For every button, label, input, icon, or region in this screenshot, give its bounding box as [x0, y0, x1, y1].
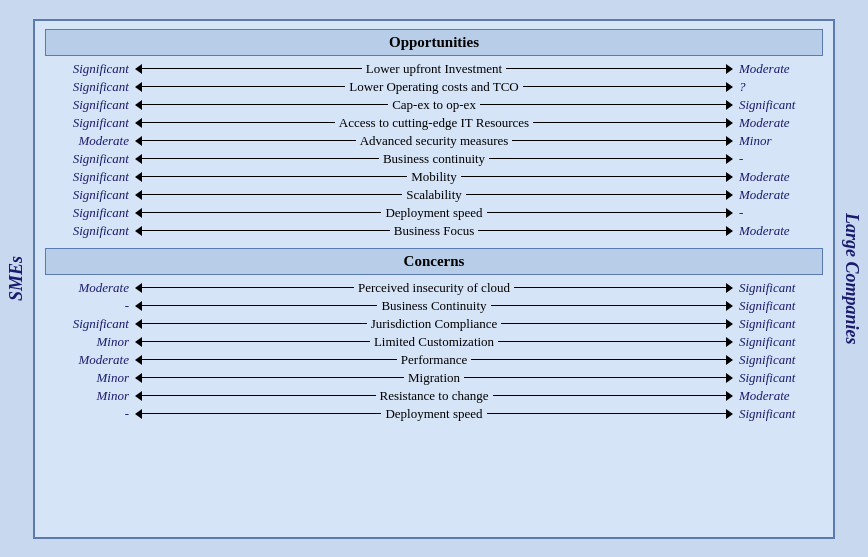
arrow-left-icon	[135, 319, 142, 329]
left-value: Minor	[45, 388, 135, 404]
left-value: Significant	[45, 151, 135, 167]
line-right	[487, 413, 726, 415]
line-left	[142, 86, 345, 88]
arrow-left-icon	[135, 118, 142, 128]
table-row: SignificantMobilityModerate	[45, 168, 823, 186]
row-center: Business Focus	[135, 223, 733, 239]
left-value: Significant	[45, 79, 135, 95]
row-center: Business Continuity	[135, 298, 733, 314]
arrow-line-wrap: Advanced security measures	[135, 133, 733, 149]
table-row: ModeratePerformanceSignificant	[45, 351, 823, 369]
line-right	[471, 359, 726, 361]
row-center: Perceived insecurity of cloud	[135, 280, 733, 296]
row-center: Limited Customization	[135, 334, 733, 350]
table-row: MinorMigrationSignificant	[45, 369, 823, 387]
right-value: Significant	[733, 406, 823, 422]
arrow-right-icon	[726, 82, 733, 92]
arrow-right-icon	[726, 118, 733, 128]
line-right	[498, 341, 726, 343]
arrow-right-icon	[726, 319, 733, 329]
right-value: Significant	[733, 352, 823, 368]
row-label: Deployment speed	[381, 406, 486, 422]
row-center: Business continuity	[135, 151, 733, 167]
arrow-line-wrap: Lower Operating costs and TCO	[135, 79, 733, 95]
row-label: Lower upfront Investment	[362, 61, 506, 77]
line-right	[489, 158, 726, 160]
table-row: MinorLimited CustomizationSignificant	[45, 333, 823, 351]
arrow-left-icon	[135, 391, 142, 401]
left-value: -	[45, 298, 135, 314]
row-label: Scalability	[402, 187, 466, 203]
left-value: Minor	[45, 334, 135, 350]
row-label: Business Continuity	[377, 298, 490, 314]
arrow-left-icon	[135, 136, 142, 146]
table-row: SignificantScalabilityModerate	[45, 186, 823, 204]
table-row: SignificantCap-ex to op-exSignificant	[45, 96, 823, 114]
concerns-rows: ModeratePerceived insecurity of cloudSig…	[45, 277, 823, 425]
arrow-left-icon	[135, 301, 142, 311]
table-row: SignificantDeployment speed-	[45, 204, 823, 222]
arrow-line-wrap: Business Continuity	[135, 298, 733, 314]
arrow-left-icon	[135, 355, 142, 365]
line-right	[523, 86, 726, 88]
right-value: Moderate	[733, 169, 823, 185]
row-label: Jurisdiction Compliance	[367, 316, 502, 332]
left-value: Significant	[45, 187, 135, 203]
table-row: SignificantJurisdiction ComplianceSignif…	[45, 315, 823, 333]
arrow-line-wrap: Mobility	[135, 169, 733, 185]
arrow-line-wrap: Access to cutting-edge IT Resources	[135, 115, 733, 131]
arrow-left-icon	[135, 373, 142, 383]
row-label: Perceived insecurity of cloud	[354, 280, 514, 296]
arrow-right-icon	[726, 337, 733, 347]
page-container: SMEs Opportunities SignificantLower upfr…	[0, 0, 868, 557]
arrow-right-icon	[726, 100, 733, 110]
table-row: -Deployment speedSignificant	[45, 405, 823, 423]
arrow-right-icon	[726, 409, 733, 419]
line-left	[142, 305, 377, 307]
line-left	[142, 158, 379, 160]
arrow-line-wrap: Business Focus	[135, 223, 733, 239]
line-left	[142, 176, 407, 178]
right-value: Significant	[733, 334, 823, 350]
line-right	[478, 230, 726, 232]
arrow-left-icon	[135, 226, 142, 236]
arrow-left-icon	[135, 283, 142, 293]
line-left	[142, 341, 370, 343]
row-label: Migration	[404, 370, 464, 386]
line-left	[142, 140, 356, 142]
arrow-line-wrap: Perceived insecurity of cloud	[135, 280, 733, 296]
line-right	[464, 377, 726, 379]
line-left	[142, 104, 388, 106]
arrow-line-wrap: Scalability	[135, 187, 733, 203]
arrow-line-wrap: Lower upfront Investment	[135, 61, 733, 77]
arrow-right-icon	[726, 208, 733, 218]
concerns-header: Concerns	[45, 248, 823, 275]
right-value: ?	[733, 79, 823, 95]
arrow-right-icon	[726, 136, 733, 146]
arrow-left-icon	[135, 154, 142, 164]
table-row: SignificantLower Operating costs and TCO…	[45, 78, 823, 96]
left-value: Minor	[45, 370, 135, 386]
table-row: SignificantLower upfront InvestmentModer…	[45, 60, 823, 78]
arrow-left-icon	[135, 100, 142, 110]
line-right	[480, 104, 726, 106]
arrow-left-icon	[135, 190, 142, 200]
row-center: Lower Operating costs and TCO	[135, 79, 733, 95]
arrow-right-icon	[726, 355, 733, 365]
row-label: Lower Operating costs and TCO	[345, 79, 522, 95]
arrow-left-icon	[135, 409, 142, 419]
line-left	[142, 359, 397, 361]
line-left	[142, 395, 376, 397]
line-right	[493, 395, 727, 397]
right-value: Significant	[733, 316, 823, 332]
row-center: Lower upfront Investment	[135, 61, 733, 77]
row-label: Resistance to change	[376, 388, 493, 404]
arrow-right-icon	[726, 172, 733, 182]
right-value: Significant	[733, 370, 823, 386]
line-right	[487, 212, 726, 214]
row-label: Cap-ex to op-ex	[388, 97, 480, 113]
table-row: ModeratePerceived insecurity of cloudSig…	[45, 279, 823, 297]
arrow-right-icon	[726, 154, 733, 164]
row-center: Performance	[135, 352, 733, 368]
right-value: Moderate	[733, 187, 823, 203]
